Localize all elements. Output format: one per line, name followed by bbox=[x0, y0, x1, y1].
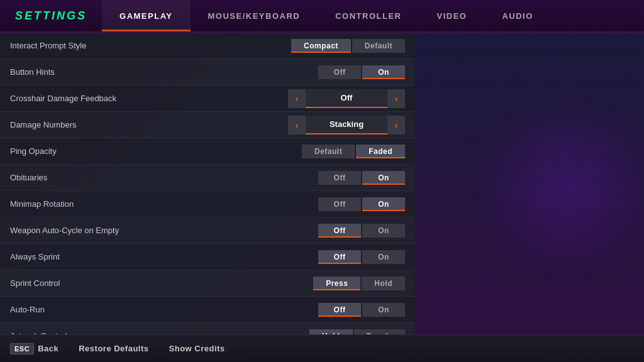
toggle-btn-auto_run-on[interactable]: On bbox=[362, 303, 405, 317]
arrow-control-damage_numbers: ‹Stacking› bbox=[288, 116, 405, 134]
setting-control-obituaries: OffOn bbox=[318, 171, 405, 185]
setting-row-obituaries: ObituariesOffOn bbox=[0, 165, 415, 191]
main-content: Interact Prompt StyleCompactDefaultButto… bbox=[0, 33, 644, 334]
setting-label-button_hints: Button Hints bbox=[10, 67, 318, 77]
toggle-btn-sprint_control-press[interactable]: Press bbox=[313, 277, 360, 290]
restore-defaults-label: Restore Defaults bbox=[79, 344, 148, 353]
setting-control-always_sprint: OffOn bbox=[318, 250, 405, 264]
show-credits-button[interactable]: Show Credits bbox=[169, 344, 225, 353]
setting-label-ping_opacity: Ping Opacity bbox=[10, 146, 302, 156]
setting-row-interact_prompt_style: Interact Prompt StyleCompactDefault bbox=[0, 33, 415, 59]
show-credits-label: Show Credits bbox=[169, 344, 225, 353]
setting-row-ping_opacity: Ping OpacityDefaultFaded bbox=[0, 138, 415, 165]
toggle-btn-always_sprint-on[interactable]: On bbox=[362, 250, 405, 264]
setting-row-always_sprint: Always SprintOffOn bbox=[0, 244, 415, 270]
toggle-btn-weapon_auto_cycle-off[interactable]: Off bbox=[318, 224, 361, 238]
toggle-btn-button_hints-off[interactable]: Off bbox=[318, 65, 361, 79]
setting-row-jetpack_control: Jetpack ControlHoldToggle bbox=[0, 323, 415, 334]
back-button[interactable]: ESC Back bbox=[10, 343, 58, 354]
toggle-btn-minimap_rotation-on[interactable]: On bbox=[362, 197, 405, 211]
toggle-btn-obituaries-on[interactable]: On bbox=[362, 171, 405, 185]
arrow-value-crosshair_damage_feedback: Off bbox=[306, 89, 387, 108]
nav-tab-controller[interactable]: CONTROLLER bbox=[318, 0, 419, 31]
arrow-value-damage_numbers: Stacking bbox=[306, 116, 387, 134]
toggle-group-jetpack_control: HoldToggle bbox=[309, 329, 405, 335]
setting-row-auto_run: Auto-RunOffOn bbox=[0, 297, 415, 323]
settings-panel: Interact Prompt StyleCompactDefaultButto… bbox=[0, 33, 415, 334]
restore-defaults-button[interactable]: Restore Defaults bbox=[79, 344, 148, 353]
arrow-left-damage_numbers[interactable]: ‹ bbox=[288, 116, 306, 134]
setting-label-minimap_rotation: Minimap Rotation bbox=[10, 199, 318, 209]
setting-control-minimap_rotation: OffOn bbox=[318, 197, 405, 211]
setting-label-sprint_control: Sprint Control bbox=[10, 278, 313, 288]
setting-control-interact_prompt_style: CompactDefault bbox=[291, 39, 405, 53]
top-navigation: SETTINGS GAMEPLAYMOUSE/KEYBOARDCONTROLLE… bbox=[0, 0, 644, 33]
setting-control-ping_opacity: DefaultFaded bbox=[302, 145, 405, 158]
setting-control-sprint_control: PressHold bbox=[313, 277, 405, 290]
setting-row-minimap_rotation: Minimap RotationOffOn bbox=[0, 191, 415, 217]
toggle-group-always_sprint: OffOn bbox=[318, 250, 405, 264]
toggle-group-weapon_auto_cycle: OffOn bbox=[318, 224, 405, 238]
arrow-right-damage_numbers[interactable]: › bbox=[387, 116, 405, 134]
toggle-btn-minimap_rotation-off[interactable]: Off bbox=[318, 197, 361, 211]
esc-key-badge: ESC bbox=[10, 343, 34, 354]
arrow-control-crosshair_damage_feedback: ‹Off› bbox=[288, 89, 405, 108]
setting-row-weapon_auto_cycle: Weapon Auto-Cycle on EmptyOffOn bbox=[0, 217, 415, 244]
setting-label-crosshair_damage_feedback: Crosshair Damage Feedback bbox=[10, 94, 288, 103]
setting-row-button_hints: Button HintsOffOn bbox=[0, 59, 415, 85]
settings-title: SETTINGS bbox=[0, 0, 102, 31]
setting-label-always_sprint: Always Sprint bbox=[10, 252, 318, 261]
setting-control-auto_run: OffOn bbox=[318, 303, 405, 317]
toggle-group-interact_prompt_style: CompactDefault bbox=[291, 39, 405, 53]
arrow-left-crosshair_damage_feedback[interactable]: ‹ bbox=[288, 89, 306, 108]
toggle-group-button_hints: OffOn bbox=[318, 65, 405, 79]
toggle-btn-interact_prompt_style-compact[interactable]: Compact bbox=[291, 39, 351, 53]
setting-label-weapon_auto_cycle: Weapon Auto-Cycle on Empty bbox=[10, 226, 318, 235]
toggle-btn-jetpack_control-toggle[interactable]: Toggle bbox=[354, 329, 405, 335]
setting-control-damage_numbers: ‹Stacking› bbox=[288, 116, 405, 134]
setting-control-button_hints: OffOn bbox=[318, 65, 405, 79]
toggle-btn-button_hints-on[interactable]: On bbox=[362, 65, 405, 79]
bottom-bar: ESC Back Restore Defaults Show Credits bbox=[0, 334, 644, 362]
toggle-group-obituaries: OffOn bbox=[318, 171, 405, 185]
back-label: Back bbox=[38, 344, 58, 353]
toggle-group-minimap_rotation: OffOn bbox=[318, 197, 405, 211]
toggle-btn-ping_opacity-faded[interactable]: Faded bbox=[356, 145, 405, 158]
toggle-btn-ping_opacity-default[interactable]: Default bbox=[302, 145, 355, 158]
setting-row-damage_numbers: Damage Numbers‹Stacking› bbox=[0, 112, 415, 138]
toggle-group-sprint_control: PressHold bbox=[313, 277, 405, 290]
settings-list: Interact Prompt StyleCompactDefaultButto… bbox=[0, 33, 415, 334]
setting-row-crosshair_damage_feedback: Crosshair Damage Feedback‹Off› bbox=[0, 85, 415, 112]
setting-label-auto_run: Auto-Run bbox=[10, 305, 318, 314]
toggle-btn-weapon_auto_cycle-on[interactable]: On bbox=[362, 224, 405, 238]
setting-label-interact_prompt_style: Interact Prompt Style bbox=[10, 41, 291, 50]
setting-control-crosshair_damage_feedback: ‹Off› bbox=[288, 89, 405, 108]
arrow-right-crosshair_damage_feedback[interactable]: › bbox=[387, 89, 405, 108]
toggle-btn-obituaries-off[interactable]: Off bbox=[318, 171, 361, 185]
toggle-btn-auto_run-off[interactable]: Off bbox=[318, 303, 361, 317]
toggle-group-ping_opacity: DefaultFaded bbox=[302, 145, 405, 158]
toggle-group-auto_run: OffOn bbox=[318, 303, 405, 317]
nav-tab-audio[interactable]: AUDIO bbox=[484, 0, 550, 31]
right-decorative-panel bbox=[415, 33, 644, 334]
nav-tab-mouse_keyboard[interactable]: MOUSE/KEYBOARD bbox=[191, 0, 318, 31]
setting-control-jetpack_control: HoldToggle bbox=[309, 329, 405, 335]
setting-label-damage_numbers: Damage Numbers bbox=[10, 120, 288, 129]
setting-label-obituaries: Obituaries bbox=[10, 173, 318, 182]
setting-control-weapon_auto_cycle: OffOn bbox=[318, 224, 405, 238]
toggle-btn-always_sprint-off[interactable]: Off bbox=[318, 250, 361, 264]
setting-row-sprint_control: Sprint ControlPressHold bbox=[0, 270, 415, 297]
toggle-btn-interact_prompt_style-default[interactable]: Default bbox=[352, 39, 405, 53]
toggle-btn-jetpack_control-hold[interactable]: Hold bbox=[309, 329, 353, 335]
nav-tabs: GAMEPLAYMOUSE/KEYBOARDCONTROLLERVIDEOAUD… bbox=[102, 0, 644, 31]
nav-tab-gameplay[interactable]: GAMEPLAY bbox=[102, 0, 190, 31]
nav-tab-video[interactable]: VIDEO bbox=[419, 0, 484, 31]
toggle-btn-sprint_control-hold[interactable]: Hold bbox=[362, 277, 405, 290]
